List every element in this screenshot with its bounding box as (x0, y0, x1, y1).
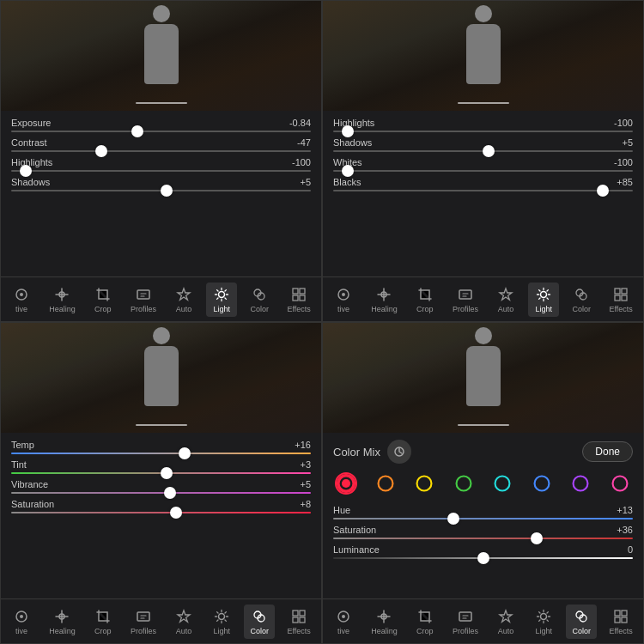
color-circle-purple[interactable] (569, 472, 592, 495)
color-circle-yellow[interactable] (413, 472, 435, 495)
shadows2-track[interactable] (333, 150, 633, 152)
shadows-thumb[interactable] (161, 185, 173, 197)
tool-selective-1[interactable]: tive (6, 283, 37, 317)
tool-healing-2[interactable]: Healing (366, 283, 403, 317)
tool-healing-4[interactable]: Healing (366, 605, 403, 639)
effects-icon-3 (290, 608, 307, 625)
highlights-thumb[interactable] (20, 165, 32, 177)
tool-color-1[interactable]: Color (244, 283, 275, 317)
tool-crop-label-2: Crop (416, 305, 434, 313)
color-mix-icon-btn[interactable] (387, 440, 411, 464)
tool-selective-2[interactable]: tive (328, 283, 359, 317)
sat-thumb[interactable] (531, 532, 543, 544)
crop-icon-1 (94, 286, 112, 303)
tool-profiles-4[interactable]: Profiles (447, 605, 483, 639)
tool-color-2[interactable]: Color (566, 283, 597, 317)
contrast-label: Contrast (11, 137, 47, 148)
tool-auto-4[interactable]: Auto (490, 605, 521, 639)
selective-icon-4 (335, 608, 352, 625)
saturation-row: Saturation +8 (11, 499, 311, 513)
blacks-thumb[interactable] (597, 185, 609, 197)
color-circle-blue[interactable] (531, 472, 553, 495)
svg-point-47 (541, 613, 547, 619)
saturation-thumb[interactable] (170, 507, 182, 519)
tool-profiles-1[interactable]: Profiles (125, 283, 161, 317)
vibrance-track[interactable] (11, 492, 311, 494)
tool-light-2[interactable]: Light (528, 283, 559, 317)
exposure-thumb[interactable] (131, 125, 143, 137)
color-mix-label: Color Mix (333, 446, 380, 459)
highlights2-thumb[interactable] (342, 125, 354, 137)
hue-thumb[interactable] (447, 513, 459, 525)
hue-track[interactable] (333, 518, 633, 519)
svg-rect-14 (459, 290, 471, 299)
sat-track[interactable] (333, 538, 633, 539)
temp-thumb[interactable] (179, 447, 191, 459)
whites-thumb[interactable] (342, 165, 354, 177)
whites-track[interactable] (333, 170, 633, 172)
auto-icon-1 (175, 286, 192, 303)
tool-color-4[interactable]: Color (566, 605, 597, 639)
tool-selective-3[interactable]: tive (6, 605, 37, 639)
highlights-track[interactable] (11, 170, 311, 172)
lum-thumb[interactable] (477, 552, 489, 564)
svg-point-42 (612, 477, 627, 491)
tool-selective-4[interactable]: tive (328, 605, 359, 639)
tool-effects-1[interactable]: Effects (282, 283, 315, 317)
highlights-partial-value: -100 (614, 118, 633, 128)
svg-rect-3 (137, 290, 149, 299)
done-button[interactable]: Done (582, 441, 633, 462)
tool-profiles-3[interactable]: Profiles (125, 605, 161, 639)
tint-track[interactable] (11, 472, 311, 474)
tool-profiles-2[interactable]: Profiles (447, 283, 483, 317)
color-circle-green[interactable] (453, 472, 475, 495)
tool-healing-1[interactable]: Healing (44, 283, 81, 317)
panel-bottom-left: Temp +16 Tint +3 Vibranc (0, 322, 322, 644)
tool-color-label-1: Color (251, 305, 270, 313)
healing-icon-2 (375, 286, 392, 303)
contrast-track[interactable] (11, 150, 311, 152)
highlights2-track[interactable] (333, 131, 633, 132)
tool-light-4[interactable]: Light (528, 605, 559, 639)
color-circle-magenta[interactable] (609, 472, 631, 495)
blacks-track[interactable] (333, 190, 633, 191)
tool-crop-3[interactable]: Crop (88, 605, 118, 639)
lum-track[interactable] (333, 557, 633, 559)
color-circle-cyan[interactable] (491, 472, 513, 495)
exposure-row: Exposure -0.84 (11, 118, 311, 132)
color-circle-orange[interactable] (374, 472, 397, 495)
tool-effects-3[interactable]: Effects (282, 605, 315, 639)
saturation-track[interactable] (11, 512, 311, 513)
vibrance-thumb[interactable] (164, 487, 176, 499)
tool-auto-3[interactable]: Auto (168, 605, 199, 639)
tool-auto-1[interactable]: Auto (168, 283, 199, 317)
svg-rect-53 (622, 617, 627, 623)
tool-effects-2[interactable]: Effects (604, 283, 637, 317)
shadows-track[interactable] (11, 190, 311, 191)
tool-light-3[interactable]: Light (206, 605, 237, 639)
tool-crop-1[interactable]: Crop (88, 283, 118, 317)
shadows2-thumb[interactable] (483, 145, 495, 157)
color-circle-red[interactable] (335, 472, 357, 495)
temp-label: Temp (11, 440, 34, 450)
exposure-track[interactable] (11, 131, 311, 132)
temp-track[interactable] (11, 453, 311, 454)
highlights-value: -100 (292, 157, 311, 167)
temp-value: +16 (295, 440, 311, 450)
tool-healing-3[interactable]: Healing (44, 605, 81, 639)
shadows-row: Shadows +5 (11, 177, 311, 191)
contrast-thumb[interactable] (95, 145, 107, 157)
color-mix-header: Color Mix Done (333, 440, 633, 464)
tool-crop-2[interactable]: Crop (410, 283, 440, 317)
tint-thumb[interactable] (161, 467, 173, 479)
saturation-label: Saturation (11, 499, 54, 509)
tool-color-3[interactable]: Color (244, 605, 275, 639)
tool-effects-4[interactable]: Effects (604, 605, 637, 639)
tool-light-1[interactable]: Light (206, 283, 237, 317)
svg-rect-50 (615, 611, 620, 616)
light-icon-2 (535, 286, 552, 303)
saturation-value: +8 (300, 499, 311, 509)
tool-auto-2[interactable]: Auto (490, 283, 521, 317)
tool-crop-4[interactable]: Crop (410, 605, 440, 639)
svg-rect-51 (622, 611, 627, 616)
